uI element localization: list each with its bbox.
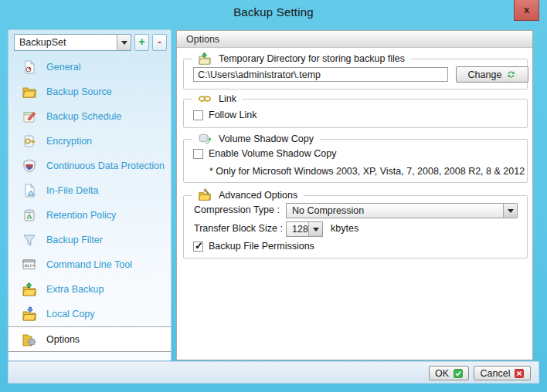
sidebar-item-label: Backup Schedule (46, 111, 121, 122)
sidebar-item-in-file-delta[interactable]: In-File Delta (8, 178, 171, 203)
icon-cmd (22, 257, 37, 272)
link-icon (198, 92, 212, 106)
volume-shadow-copy-icon (198, 132, 212, 146)
sidebar: BackupSet + - General Backup Source Back… (8, 29, 172, 361)
icon-filter (22, 232, 37, 248)
sidebar-item-continuous-data-protection[interactable]: Continuous Data Protection (8, 154, 171, 178)
transfer-block-size-select[interactable]: 128 (286, 221, 323, 237)
transfer-block-size-unit: kbytes (331, 223, 358, 234)
sidebar-item-label: Extra Backup (46, 284, 104, 295)
link-group: Link Follow Link (183, 99, 528, 128)
backupset-select[interactable]: BackupSet (14, 34, 131, 51)
change-button[interactable]: Change (456, 66, 528, 83)
close-icon: x (524, 4, 529, 15)
refresh-icon (506, 69, 516, 79)
advanced-options-icon (198, 188, 212, 202)
sidebar-item-backup-filter[interactable]: Backup Filter (8, 228, 171, 252)
backup-file-permissions-label: Backup File Permissions (209, 241, 314, 252)
ok-button[interactable]: OK (429, 366, 469, 380)
transfer-block-size-arrow[interactable] (308, 222, 322, 236)
temp-folder-icon (198, 52, 212, 66)
advanced-options-group: Advanced Options Compression Type : No C… (183, 195, 528, 259)
sidebar-item-general[interactable]: General (8, 55, 171, 79)
chevron-down-icon (313, 228, 319, 231)
sidebar-item-label: Encryption (46, 136, 92, 147)
compression-type-select[interactable]: No Compression (286, 203, 518, 218)
temp-directory-title: Temporary Directory for storing backup f… (219, 53, 405, 64)
backupset-select-value: BackupSet (15, 35, 117, 50)
backup-file-permissions-row[interactable]: Backup File Permissions (193, 241, 314, 252)
compression-type-value: No Compression (287, 204, 503, 218)
advanced-options-title: Advanced Options (219, 190, 297, 201)
remove-backupset-button[interactable]: - (152, 34, 167, 51)
icon-local-copy (22, 306, 37, 322)
compression-type-arrow[interactable] (503, 204, 517, 218)
icon-general (22, 59, 37, 75)
icon-in-file-delta (22, 183, 37, 198)
icon-cdp (22, 158, 37, 174)
sidebar-item-options[interactable]: Options (8, 326, 171, 352)
ok-check-icon (454, 369, 463, 378)
sidebar-menu: General Backup Source Backup Schedule En… (8, 55, 171, 352)
chevron-down-icon (508, 209, 514, 213)
sidebar-item-retention-policy[interactable]: Retention Policy (8, 203, 171, 228)
sidebar-item-backup-source[interactable]: Backup Source (8, 79, 171, 104)
sidebar-item-label: Backup Source (46, 86, 112, 97)
sidebar-item-encryption[interactable]: Encryption (8, 129, 171, 154)
icon-backup-schedule (22, 109, 37, 124)
close-button[interactable]: x (514, 0, 539, 21)
sidebar-item-local-copy[interactable]: Local Copy (8, 302, 171, 326)
sidebar-item-backup-schedule[interactable]: Backup Schedule (8, 104, 171, 129)
panel-header-title: Options (186, 34, 219, 45)
sidebar-item-label: Backup Filter (46, 235, 103, 245)
icon-encryption (22, 133, 37, 149)
backupset-select-arrow[interactable] (117, 35, 131, 50)
footer-bar: OK Cancel (8, 361, 539, 384)
icon-retention (22, 208, 37, 223)
temp-directory-group: Temporary Directory for storing backup f… (183, 59, 528, 90)
window-title: Backup Setting (0, 5, 547, 19)
panel-header: Options (177, 31, 532, 48)
transfer-block-size-value: 128 (287, 222, 308, 236)
sidebar-item-label: Options (46, 334, 80, 345)
sidebar-item-label: Retention Policy (46, 210, 116, 221)
icon-options (22, 332, 37, 347)
add-backupset-button[interactable]: + (134, 34, 149, 51)
sidebar-item-label: Continuous Data Protection (46, 161, 165, 171)
options-panel: Options Temporary Directory for storing … (176, 30, 533, 360)
volume-shadow-copy-group: Volume Shadow Copy Enable Volume Shadow … (183, 139, 528, 183)
cancel-button[interactable]: Cancel (474, 366, 531, 380)
temp-directory-input[interactable] (193, 67, 448, 82)
transfer-block-size-label: Transfer Block Size : (194, 223, 283, 234)
enable-vsc-label: Enable Volume Shadow Copy (209, 148, 336, 159)
sidebar-item-label: Local Copy (46, 309, 95, 319)
sidebar-item-label: Command Line Tool (46, 259, 132, 270)
compression-type-label: Compression Type : (194, 204, 280, 215)
volume-shadow-copy-title: Volume Shadow Copy (219, 133, 314, 144)
cancel-x-icon (515, 369, 524, 378)
sidebar-item-label: In-File Delta (46, 185, 98, 196)
minus-icon: - (158, 35, 161, 48)
plus-icon: + (138, 35, 144, 48)
sidebar-item-command-line-tool[interactable]: Command Line Tool (8, 252, 171, 277)
sidebar-item-extra-backup[interactable]: Extra Backup (8, 277, 171, 302)
chevron-down-icon (121, 41, 127, 45)
sidebar-item-label: General (46, 62, 80, 73)
icon-extra-backup (22, 282, 37, 297)
follow-link-label: Follow Link (209, 110, 257, 120)
follow-link-checkbox[interactable] (193, 110, 203, 120)
enable-vsc-checkbox[interactable] (193, 149, 203, 159)
vsc-note: * Only for Microsoft Windows 2003, XP, V… (209, 166, 525, 177)
backupset-row: BackupSet + - (14, 34, 168, 51)
backup-setting-dialog: Backup Setting x BackupSet + - General B… (0, 0, 547, 392)
follow-link-row[interactable]: Follow Link (193, 110, 257, 120)
icon-backup-source (22, 84, 37, 100)
backup-file-permissions-checkbox[interactable] (193, 242, 203, 252)
enable-vsc-row[interactable]: Enable Volume Shadow Copy (193, 148, 336, 159)
link-title: Link (219, 93, 236, 104)
